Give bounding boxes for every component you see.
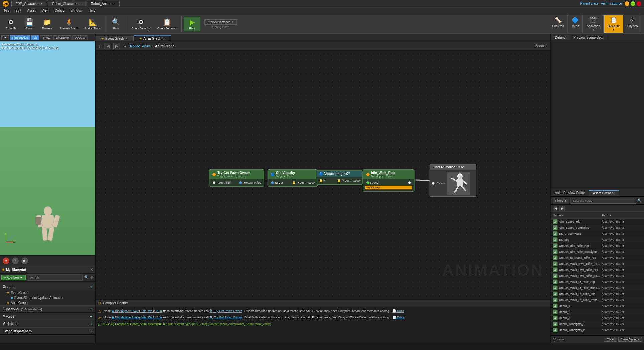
- asset-row[interactable]: A Crouch_Idle_Rifle_Ironsights /Game/Ani…: [551, 249, 644, 255]
- blueprint-panel-close[interactable]: ✕: [90, 268, 93, 272]
- play-anim-btn[interactable]: ▶: [21, 257, 28, 264]
- record-btn[interactable]: ●: [3, 257, 9, 264]
- asset-row[interactable]: A Aim_Space_Ironsights /Game/AnimStar: [551, 225, 644, 231]
- tab-robot-character[interactable]: Robot_Character ✕: [48, 1, 86, 6]
- asset-row[interactable]: A BS_CrouchWalk /Game/AnimStar: [551, 231, 644, 237]
- menu-edit[interactable]: Edit: [13, 8, 24, 13]
- filters-btn[interactable]: Filters ▼: [553, 198, 569, 203]
- lit-btn[interactable]: Lit: [31, 35, 39, 40]
- tab-anim-graph[interactable]: ◈ Anim Graph ✕: [134, 35, 171, 41]
- clear-btn[interactable]: Clear: [604, 337, 617, 342]
- make-static-btn[interactable]: 📐 Make Static: [83, 17, 104, 31]
- asset-row[interactable]: A Crouch_Walk_Rt_Rifle_Hip /Game/AnimSta…: [551, 291, 644, 297]
- node-get-velocity[interactable]: 🔵 Get Velocity Target is Actor Target Re…: [268, 169, 318, 187]
- perspective-btn[interactable]: Perspective: [10, 35, 30, 40]
- compile-btn[interactable]: ⚙ Compile: [3, 17, 19, 31]
- event-update-item[interactable]: ◆ Event Blueprint Update Animation: [0, 295, 95, 300]
- tab-anim-preview-editor[interactable]: Anim Preview Editor: [551, 190, 589, 195]
- node-idle-walk-run[interactable]: 🔶 Idle_Walk_Run Blendspace Player Speed …: [363, 169, 415, 192]
- asset-search-input[interactable]: [571, 198, 636, 204]
- asset-nav-forward[interactable]: ▶: [559, 206, 565, 211]
- close-btn[interactable]: [637, 1, 641, 6]
- asset-row[interactable]: A Crouch_Walk_Lt_Rifle_Ironsigh /Game/An…: [551, 285, 644, 291]
- blueprint-btn[interactable]: 📋 Blueprint ▼: [604, 15, 623, 33]
- nav-back-btn[interactable]: ◀: [105, 43, 111, 49]
- asset-row[interactable]: A Death_1 /Game/AnimStar: [551, 303, 644, 309]
- asset-row[interactable]: A Crouch_to_Stand_Rifle_Hip /Game/AnimSt…: [551, 255, 644, 261]
- browse-btn[interactable]: 📁 Browse: [39, 17, 55, 31]
- menu-debug[interactable]: Debug: [52, 8, 67, 13]
- graphs-section[interactable]: Graphs +: [0, 283, 95, 290]
- functions-section[interactable]: Functions (3 Overridable) +: [0, 305, 95, 313]
- node-try-get-pawn[interactable]: 🔶 Try Get Pawn Owner Target is Anim Inst…: [209, 169, 264, 187]
- tab-close-robot-char[interactable]: ✕: [79, 2, 82, 5]
- lod-btn[interactable]: LOD Au: [72, 35, 88, 40]
- animation-btn[interactable]: 🎬 Animation ▼: [583, 15, 604, 33]
- view-options-btn[interactable]: View Options: [618, 337, 642, 342]
- asset-row[interactable]: A Crouch_Walk_Bwd_Rifle_Ironsi /Game/Ani…: [551, 261, 644, 267]
- graphs-add-btn[interactable]: +: [90, 284, 93, 289]
- variables-add-btn[interactable]: +: [90, 321, 93, 326]
- variables-section[interactable]: Variables +: [0, 320, 95, 327]
- nav-forward-btn[interactable]: ▶: [113, 43, 120, 49]
- asset-row[interactable]: A Crouch_Walk_Fwd_Rifle_Ironsi /Game/Ani…: [551, 273, 644, 279]
- favorite-btn[interactable]: ☆: [98, 43, 103, 49]
- node-final-pose[interactable]: Final Animation Pose Result: [430, 164, 476, 197]
- mesh-btn[interactable]: 🔷 Mesh: [568, 15, 583, 33]
- menu-window[interactable]: Window: [68, 8, 85, 13]
- add-new-btn[interactable]: + Add New ▼: [1, 275, 26, 280]
- menu-help[interactable]: Help: [86, 8, 98, 13]
- find-btn[interactable]: 🔍 Find: [108, 17, 125, 31]
- asset-row[interactable]: A Death_3 /Game/AnimStar: [551, 315, 644, 321]
- asset-nav-back[interactable]: ◀: [553, 206, 558, 211]
- play-btn[interactable]: ▶ Play: [184, 17, 200, 31]
- minimize-btn[interactable]: [625, 1, 629, 6]
- preview-mesh-btn[interactable]: 🧍 Preview Mesh: [57, 17, 81, 31]
- breadcrumb-root[interactable]: Robot_Anim: [130, 44, 150, 48]
- preview-instance-group[interactable]: Preview Instance ▼ Debug Filter: [202, 19, 239, 29]
- asset-row[interactable]: A BS_Jog /Game/AnimStar: [551, 237, 644, 243]
- col-path-header[interactable]: Path ▲: [602, 214, 642, 217]
- event-dispatchers-section[interactable]: Event Dispatchers +: [0, 327, 95, 335]
- menu-file[interactable]: File: [1, 8, 12, 13]
- tab-close-robot-anim[interactable]: ✕: [113, 2, 115, 5]
- physics-btn[interactable]: ⚛ Physics: [624, 15, 641, 33]
- maximize-btn[interactable]: [631, 1, 635, 6]
- skeleton-btn[interactable]: 🦴 Skeleton: [549, 15, 568, 33]
- tab-details[interactable]: Details: [551, 35, 570, 40]
- tab-close-fpp[interactable]: ✕: [40, 2, 43, 5]
- tab-asset-browser[interactable]: Asset Browser: [589, 190, 618, 196]
- character-btn[interactable]: Character: [53, 35, 71, 40]
- asset-row[interactable]: A Crouch_Walk_Rt_Rifle_Ironsigh /Game/An…: [551, 297, 644, 303]
- asset-row[interactable]: A Crouch_Walk_Fwd_Rifle_Hip /Game/AnimSt…: [551, 267, 644, 273]
- menu-asset[interactable]: Asset: [24, 8, 38, 13]
- asset-row[interactable]: A Death_Ironsights_1 /Game/AnimStar: [551, 321, 644, 327]
- macros-section[interactable]: Macros +: [0, 313, 95, 320]
- pause-btn[interactable]: ⏸: [12, 257, 19, 264]
- asset-row[interactable]: A Crouch_Idle_Rifle_Hip /Game/AnimStar: [551, 243, 644, 249]
- node-vector-length[interactable]: 🔵 VectorLengthXY A Return Value: [316, 170, 363, 185]
- asset-row[interactable]: A Death_Ironsights_2 /Game/AnimStar: [551, 327, 644, 333]
- tab-event-graph[interactable]: ◈ Event Graph ✕: [96, 36, 134, 41]
- event-graph-item[interactable]: ◈ EventGraph: [0, 290, 95, 295]
- asset-row[interactable]: A Death_2 /Game/AnimStar: [551, 309, 644, 315]
- anim-graph-item[interactable]: ◈ AnimGraph: [0, 300, 95, 305]
- functions-add-btn[interactable]: +: [90, 306, 93, 312]
- tab-preview-scene[interactable]: Preview Scene Sett: [570, 35, 607, 40]
- save-btn[interactable]: 💾 Save: [21, 17, 37, 31]
- viewport-type-toggle[interactable]: ▼: [1, 35, 9, 40]
- tab-robot-anim[interactable]: Robot_Anim+ ✕: [87, 1, 120, 6]
- show-btn[interactable]: Show: [40, 35, 52, 40]
- tab-fpp-character[interactable]: FPP_Character ✕: [11, 1, 47, 6]
- asset-row[interactable]: A Crouch_Walk_Lt_Rifle_Hip /Game/AnimSta…: [551, 279, 644, 285]
- node-graph[interactable]: 🔶 Try Get Pawn Owner Target is Anim Inst…: [96, 51, 550, 299]
- viewport[interactable]: Previewing Robot_Anim_C Bone manipulatio…: [0, 41, 95, 255]
- event-dispatchers-add-btn[interactable]: +: [90, 328, 93, 334]
- class-defaults-btn[interactable]: 📋 Class Defaults: [155, 17, 179, 31]
- macros-add-btn[interactable]: +: [90, 314, 93, 319]
- menu-view[interactable]: View: [39, 8, 51, 13]
- asset-row[interactable]: A Aim_Space_Hip /Game/AnimStar: [551, 219, 644, 225]
- blueprint-search-input[interactable]: [27, 275, 83, 281]
- col-name-header[interactable]: Name ▲: [553, 214, 602, 217]
- preview-instance-btn[interactable]: Preview Instance ▼: [204, 19, 236, 25]
